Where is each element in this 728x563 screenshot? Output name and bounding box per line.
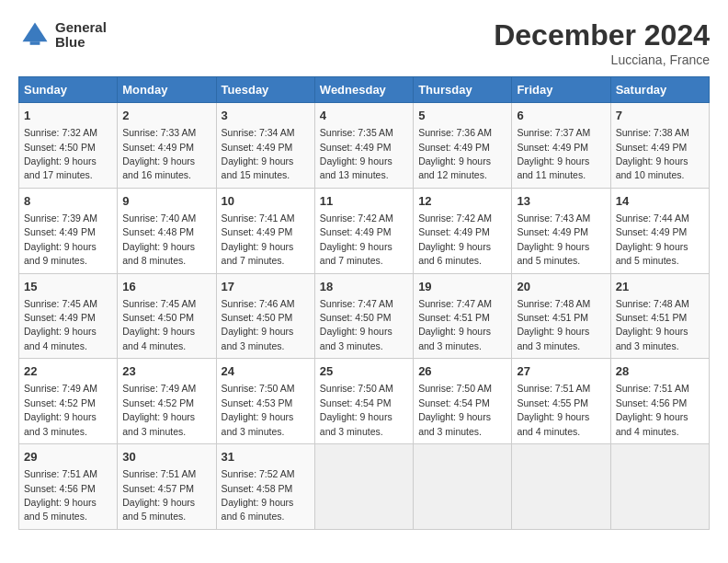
day-number: 24 bbox=[222, 363, 310, 380]
day-info: Sunrise: 7:47 AM Sunset: 4:50 PM Dayligh… bbox=[320, 298, 393, 351]
day-cell: 10Sunrise: 7:41 AM Sunset: 4:49 PM Dayli… bbox=[216, 188, 314, 273]
day-cell: 15Sunrise: 7:45 AM Sunset: 4:49 PM Dayli… bbox=[19, 273, 118, 359]
day-cell: 1Sunrise: 7:32 AM Sunset: 4:50 PM Daylig… bbox=[19, 103, 118, 189]
day-number: 2 bbox=[122, 108, 210, 124]
day-number: 4 bbox=[320, 108, 408, 124]
day-number: 19 bbox=[418, 279, 506, 295]
day-info: Sunrise: 7:34 AM Sunset: 4:49 PM Dayligh… bbox=[222, 127, 295, 180]
week-row: 22Sunrise: 7:49 AM Sunset: 4:52 PM Dayli… bbox=[19, 359, 710, 444]
day-cell: 3Sunrise: 7:34 AM Sunset: 4:49 PM Daylig… bbox=[216, 103, 314, 189]
page-header: General Blue December 2024 Lucciana, Fra… bbox=[18, 18, 710, 67]
day-info: Sunrise: 7:44 AM Sunset: 4:49 PM Dayligh… bbox=[616, 213, 689, 266]
day-number: 25 bbox=[320, 363, 408, 380]
day-info: Sunrise: 7:32 AM Sunset: 4:50 PM Dayligh… bbox=[24, 127, 97, 180]
day-number: 15 bbox=[24, 279, 112, 295]
day-cell: 17Sunrise: 7:46 AM Sunset: 4:50 PM Dayli… bbox=[216, 273, 314, 359]
day-number: 22 bbox=[24, 363, 112, 380]
day-number: 27 bbox=[517, 363, 605, 380]
day-number: 8 bbox=[24, 193, 112, 210]
day-cell: 22Sunrise: 7:49 AM Sunset: 4:52 PM Dayli… bbox=[19, 359, 118, 444]
logo-text: General Blue bbox=[55, 20, 107, 51]
week-row: 8Sunrise: 7:39 AM Sunset: 4:49 PM Daylig… bbox=[19, 188, 710, 273]
location: Lucciana, France bbox=[494, 52, 710, 67]
col-header-thursday: Thursday bbox=[414, 77, 512, 103]
day-number: 28 bbox=[616, 363, 704, 380]
day-number: 6 bbox=[517, 108, 605, 124]
day-cell: 8Sunrise: 7:39 AM Sunset: 4:49 PM Daylig… bbox=[19, 188, 118, 273]
day-info: Sunrise: 7:39 AM Sunset: 4:49 PM Dayligh… bbox=[24, 213, 97, 266]
day-info: Sunrise: 7:46 AM Sunset: 4:50 PM Dayligh… bbox=[222, 298, 295, 351]
day-info: Sunrise: 7:52 AM Sunset: 4:58 PM Dayligh… bbox=[222, 468, 295, 522]
empty-cell bbox=[512, 444, 610, 530]
day-cell: 21Sunrise: 7:48 AM Sunset: 4:51 PM Dayli… bbox=[610, 273, 709, 359]
day-cell: 16Sunrise: 7:45 AM Sunset: 4:50 PM Dayli… bbox=[118, 273, 216, 359]
day-number: 7 bbox=[616, 108, 704, 124]
day-info: Sunrise: 7:43 AM Sunset: 4:49 PM Dayligh… bbox=[517, 213, 590, 266]
month-title: December 2024 bbox=[494, 18, 710, 52]
day-cell: 26Sunrise: 7:50 AM Sunset: 4:54 PM Dayli… bbox=[414, 359, 512, 444]
empty-cell bbox=[414, 444, 512, 530]
day-number: 30 bbox=[122, 449, 210, 465]
col-header-tuesday: Tuesday bbox=[216, 77, 314, 103]
day-cell: 11Sunrise: 7:42 AM Sunset: 4:49 PM Dayli… bbox=[314, 188, 413, 273]
day-info: Sunrise: 7:40 AM Sunset: 4:48 PM Dayligh… bbox=[122, 213, 196, 266]
day-number: 13 bbox=[517, 193, 605, 210]
day-number: 3 bbox=[222, 108, 310, 124]
day-number: 26 bbox=[418, 363, 506, 380]
day-info: Sunrise: 7:51 AM Sunset: 4:55 PM Dayligh… bbox=[517, 383, 590, 436]
day-cell: 5Sunrise: 7:36 AM Sunset: 4:49 PM Daylig… bbox=[414, 103, 512, 189]
day-number: 1 bbox=[24, 108, 112, 124]
day-cell: 24Sunrise: 7:50 AM Sunset: 4:53 PM Dayli… bbox=[216, 359, 314, 444]
day-number: 23 bbox=[122, 363, 210, 380]
day-cell: 25Sunrise: 7:50 AM Sunset: 4:54 PM Dayli… bbox=[314, 359, 413, 444]
day-number: 31 bbox=[222, 449, 310, 465]
day-info: Sunrise: 7:51 AM Sunset: 4:57 PM Dayligh… bbox=[122, 468, 196, 522]
day-info: Sunrise: 7:50 AM Sunset: 4:53 PM Dayligh… bbox=[222, 383, 295, 436]
day-info: Sunrise: 7:48 AM Sunset: 4:51 PM Dayligh… bbox=[616, 298, 689, 351]
day-info: Sunrise: 7:47 AM Sunset: 4:51 PM Dayligh… bbox=[418, 298, 492, 351]
day-number: 20 bbox=[517, 279, 605, 295]
week-row: 1Sunrise: 7:32 AM Sunset: 4:50 PM Daylig… bbox=[19, 103, 710, 189]
day-info: Sunrise: 7:49 AM Sunset: 4:52 PM Dayligh… bbox=[122, 383, 196, 436]
day-info: Sunrise: 7:42 AM Sunset: 4:49 PM Dayligh… bbox=[418, 213, 492, 266]
day-cell: 2Sunrise: 7:33 AM Sunset: 4:49 PM Daylig… bbox=[118, 103, 216, 189]
day-info: Sunrise: 7:37 AM Sunset: 4:49 PM Dayligh… bbox=[517, 127, 590, 180]
day-cell: 14Sunrise: 7:44 AM Sunset: 4:49 PM Dayli… bbox=[610, 188, 709, 273]
day-cell: 7Sunrise: 7:38 AM Sunset: 4:49 PM Daylig… bbox=[610, 103, 709, 189]
calendar-header: SundayMondayTuesdayWednesdayThursdayFrid… bbox=[19, 77, 710, 103]
day-number: 14 bbox=[616, 193, 704, 210]
col-header-saturday: Saturday bbox=[610, 77, 709, 103]
day-number: 12 bbox=[418, 193, 506, 210]
empty-cell bbox=[314, 444, 413, 530]
day-info: Sunrise: 7:41 AM Sunset: 4:49 PM Dayligh… bbox=[222, 213, 295, 266]
empty-cell bbox=[610, 444, 709, 530]
day-cell: 20Sunrise: 7:48 AM Sunset: 4:51 PM Dayli… bbox=[512, 273, 610, 359]
logo-line2: Blue bbox=[55, 35, 107, 51]
day-info: Sunrise: 7:36 AM Sunset: 4:49 PM Dayligh… bbox=[418, 127, 492, 180]
title-block: December 2024 Lucciana, France bbox=[494, 18, 710, 67]
day-number: 9 bbox=[122, 193, 210, 210]
day-cell: 31Sunrise: 7:52 AM Sunset: 4:58 PM Dayli… bbox=[216, 444, 314, 530]
day-number: 16 bbox=[122, 279, 210, 295]
logo: General Blue bbox=[18, 18, 107, 52]
col-header-sunday: Sunday bbox=[19, 77, 118, 103]
day-info: Sunrise: 7:35 AM Sunset: 4:49 PM Dayligh… bbox=[320, 127, 393, 180]
col-header-friday: Friday bbox=[512, 77, 610, 103]
day-cell: 30Sunrise: 7:51 AM Sunset: 4:57 PM Dayli… bbox=[118, 444, 216, 530]
day-info: Sunrise: 7:51 AM Sunset: 4:56 PM Dayligh… bbox=[24, 468, 97, 522]
day-info: Sunrise: 7:45 AM Sunset: 4:49 PM Dayligh… bbox=[24, 298, 97, 351]
day-cell: 19Sunrise: 7:47 AM Sunset: 4:51 PM Dayli… bbox=[414, 273, 512, 359]
day-number: 11 bbox=[320, 193, 408, 210]
calendar-table: SundayMondayTuesdayWednesdayThursdayFrid… bbox=[18, 76, 710, 530]
day-info: Sunrise: 7:45 AM Sunset: 4:50 PM Dayligh… bbox=[122, 298, 196, 351]
day-info: Sunrise: 7:49 AM Sunset: 4:52 PM Dayligh… bbox=[24, 383, 97, 436]
day-info: Sunrise: 7:38 AM Sunset: 4:49 PM Dayligh… bbox=[616, 127, 689, 180]
week-row: 29Sunrise: 7:51 AM Sunset: 4:56 PM Dayli… bbox=[19, 444, 710, 530]
day-cell: 28Sunrise: 7:51 AM Sunset: 4:56 PM Dayli… bbox=[610, 359, 709, 444]
logo-icon bbox=[18, 18, 51, 52]
day-info: Sunrise: 7:51 AM Sunset: 4:56 PM Dayligh… bbox=[616, 383, 689, 436]
svg-rect-1 bbox=[30, 41, 40, 45]
day-cell: 18Sunrise: 7:47 AM Sunset: 4:50 PM Dayli… bbox=[314, 273, 413, 359]
day-info: Sunrise: 7:33 AM Sunset: 4:49 PM Dayligh… bbox=[122, 127, 196, 180]
col-header-wednesday: Wednesday bbox=[314, 77, 413, 103]
